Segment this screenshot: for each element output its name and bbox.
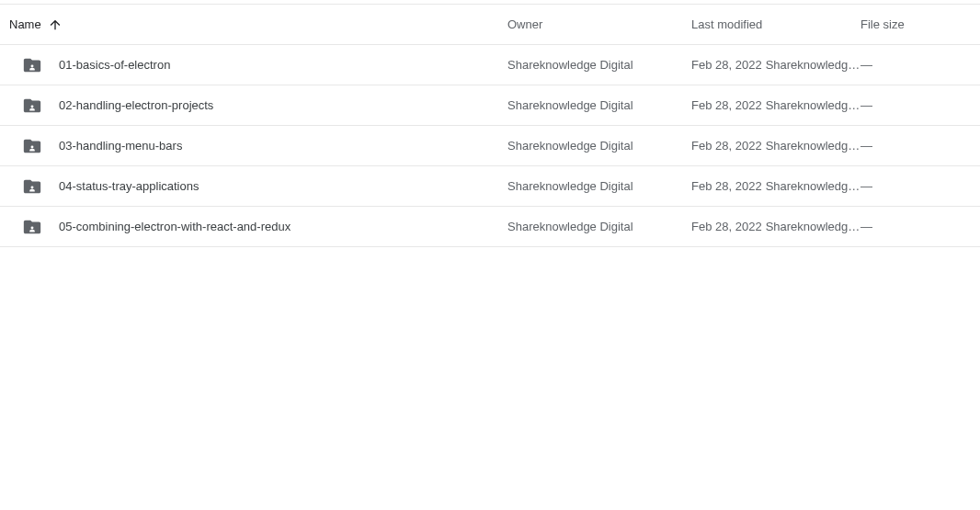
item-modified-date: Feb 28, 2022 [691, 220, 762, 233]
column-name-label: Name [9, 17, 41, 31]
svg-point-4 [31, 226, 34, 229]
item-size: — [860, 98, 872, 112]
item-name: 01-basics-of-electron [59, 58, 170, 72]
item-modified-by: Shareknowledge … [766, 179, 860, 193]
column-header-size[interactable]: File size [860, 17, 974, 31]
item-name: 04-status-tray-applications [59, 179, 199, 193]
shared-folder-icon [22, 217, 42, 237]
table-row[interactable]: 04-status-tray-applicationsShareknowledg… [0, 166, 980, 207]
item-name: 02-handling-electron-projects [59, 98, 213, 112]
column-owner-label: Owner [507, 17, 542, 31]
svg-point-3 [31, 186, 34, 188]
item-owner: Shareknowledge Digital [507, 98, 633, 112]
shared-folder-icon [22, 136, 42, 156]
svg-point-1 [31, 105, 34, 108]
item-size: — [860, 179, 872, 193]
item-modified-by: Shareknowledge … [766, 98, 860, 112]
item-owner: Shareknowledge Digital [507, 58, 633, 72]
table-body: 01-basics-of-electronShareknowledge Digi… [0, 45, 980, 247]
item-owner: Shareknowledge Digital [507, 220, 633, 233]
table-row[interactable]: 01-basics-of-electronShareknowledge Digi… [0, 45, 980, 85]
column-header-modified[interactable]: Last modified [691, 17, 860, 31]
shared-folder-icon [22, 55, 42, 75]
shared-folder-icon [22, 96, 42, 116]
item-size: — [860, 220, 872, 233]
item-modified-by: Shareknowledge … [766, 220, 860, 233]
column-size-label: File size [860, 17, 905, 31]
table-row[interactable]: 02-handling-electron-projectsShareknowle… [0, 85, 980, 126]
item-modified-date: Feb 28, 2022 [691, 179, 762, 193]
item-size: — [860, 139, 872, 153]
column-modified-label: Last modified [691, 17, 762, 31]
arrow-up-icon [48, 17, 63, 32]
item-modified-by: Shareknowledge … [766, 139, 860, 153]
column-header-name[interactable]: Name [6, 17, 507, 32]
svg-point-2 [31, 145, 34, 148]
svg-point-0 [31, 64, 34, 67]
item-owner: Shareknowledge Digital [507, 179, 633, 193]
item-size: — [860, 58, 872, 72]
item-modified-date: Feb 28, 2022 [691, 139, 762, 153]
item-name: 05-combining-electron-with-react-and-red… [59, 220, 291, 233]
item-modified-by: Shareknowledge … [766, 58, 860, 72]
item-modified-date: Feb 28, 2022 [691, 58, 762, 72]
table-row[interactable]: 03-handling-menu-barsShareknowledge Digi… [0, 126, 980, 166]
shared-folder-icon [22, 176, 42, 197]
table-header-row: Name Owner Last modified File size [0, 5, 980, 45]
table-row[interactable]: 05-combining-electron-with-react-and-red… [0, 207, 980, 247]
item-name: 03-handling-menu-bars [59, 139, 182, 153]
file-list-container: Name Owner Last modified File size 01-ba… [0, 4, 980, 247]
column-header-owner[interactable]: Owner [507, 17, 691, 31]
item-owner: Shareknowledge Digital [507, 139, 633, 153]
item-modified-date: Feb 28, 2022 [691, 98, 762, 112]
